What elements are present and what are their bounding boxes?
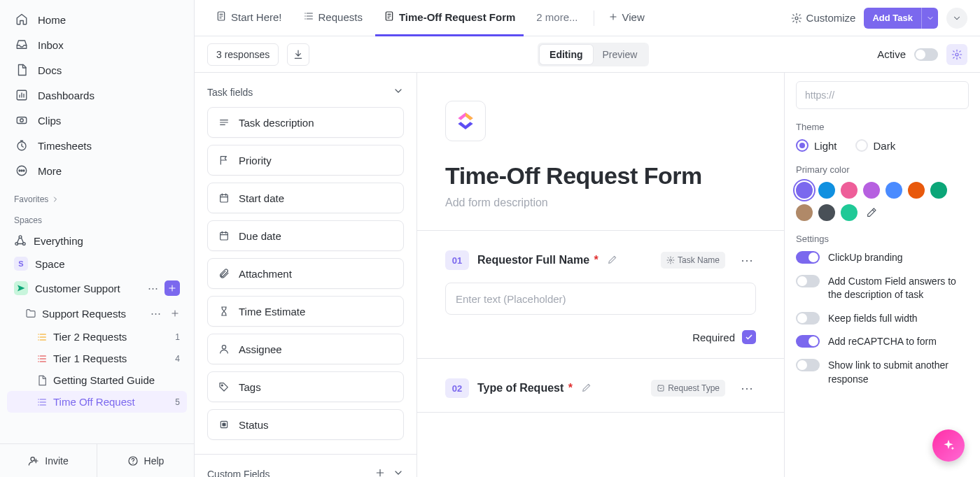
- label: More: [38, 165, 62, 177]
- sidebar-item-getting-started[interactable]: Getting Started Guide: [7, 369, 187, 391]
- network-icon: [14, 234, 27, 247]
- doc-icon: [36, 375, 48, 386]
- invite-button[interactable]: Invite: [0, 444, 97, 477]
- label: Keep fields full width: [828, 312, 969, 326]
- tab-start-here[interactable]: Start Here!: [207, 0, 290, 36]
- nav-timesheets[interactable]: Timesheets: [8, 133, 186, 158]
- color-swatch[interactable]: [863, 182, 880, 199]
- color-swatch[interactable]: [818, 204, 835, 221]
- add-button[interactable]: [167, 306, 183, 321]
- tabs-overflow[interactable]: 2 more...: [528, 0, 586, 36]
- field-status[interactable]: Status: [207, 409, 404, 440]
- color-swatch[interactable]: [841, 204, 858, 221]
- theme-light[interactable]: Light: [796, 139, 837, 152]
- mode-editing[interactable]: Editing: [540, 45, 592, 64]
- collapse-icon[interactable]: [393, 85, 404, 99]
- pencil-icon[interactable]: [607, 254, 618, 267]
- add-button[interactable]: [164, 280, 180, 296]
- label: Status: [239, 419, 269, 431]
- more-menu-button[interactable]: [946, 8, 967, 29]
- sidebar-item-tier2[interactable]: Tier 2 Requests 1: [7, 326, 187, 348]
- collapse-icon[interactable]: [393, 467, 404, 477]
- color-swatch[interactable]: [818, 182, 835, 199]
- required-checkbox[interactable]: [742, 330, 756, 344]
- list-icon: [303, 10, 314, 24]
- nav-docs[interactable]: Docs: [8, 57, 186, 83]
- more-icon[interactable]: ⋯: [739, 380, 756, 396]
- sidebar-item-everything[interactable]: Everything: [7, 229, 187, 252]
- color-swatch[interactable]: [886, 182, 902, 199]
- step-number: 02: [445, 378, 469, 398]
- form-field-01[interactable]: 01Requestor Full Name *Task Name⋯Enter t…: [417, 231, 784, 359]
- list-icon: [36, 353, 48, 364]
- add-view-button[interactable]: View: [601, 7, 652, 29]
- pencil-icon[interactable]: [581, 382, 592, 395]
- spaces-header: Spaces: [0, 208, 194, 229]
- customize-button[interactable]: Customize: [791, 12, 856, 24]
- nav-home[interactable]: Home: [8, 7, 186, 32]
- label: Attachment: [239, 268, 292, 280]
- active-toggle[interactable]: [914, 48, 938, 61]
- responses-chip[interactable]: 3 responses: [207, 43, 279, 66]
- toggle[interactable]: [796, 251, 820, 264]
- theme-dark[interactable]: Dark: [855, 139, 896, 152]
- placeholder-input[interactable]: Enter text (Placeholder): [445, 283, 756, 315]
- field-attachment[interactable]: Attachment: [207, 258, 404, 289]
- space-avatar: [14, 281, 28, 295]
- sidebar-item-space[interactable]: S Space: [7, 252, 187, 276]
- label: Tier 2 Requests: [53, 331, 127, 343]
- toggle[interactable]: [796, 275, 820, 287]
- label: Time Off Request: [53, 396, 135, 408]
- form-title[interactable]: Time-Off Request Form: [445, 162, 756, 190]
- color-swatch[interactable]: [930, 182, 947, 199]
- more-icon: [15, 164, 28, 177]
- sidebar-item-time-off-request[interactable]: Time Off Request 5: [7, 391, 187, 413]
- color-swatch[interactable]: [841, 182, 858, 199]
- more-icon[interactable]: ⋯: [145, 280, 160, 296]
- field-tags[interactable]: Tags: [207, 371, 404, 402]
- sidebar-item-tier1[interactable]: Tier 1 Requests 4: [7, 348, 187, 369]
- tab-requests[interactable]: Requests: [295, 0, 371, 36]
- color-swatch[interactable]: [908, 182, 925, 199]
- nav-inbox[interactable]: Inbox: [8, 32, 186, 57]
- ai-fab[interactable]: [932, 429, 965, 462]
- sidebar-item-support-requests[interactable]: Support Requests ⋯: [7, 301, 187, 326]
- field-due-date[interactable]: Due date: [207, 220, 404, 251]
- help-button[interactable]: Help: [97, 444, 194, 477]
- nav-more[interactable]: More: [8, 158, 186, 183]
- attach-icon: [218, 267, 230, 280]
- form-field-02[interactable]: 02Type of Request *Request Type⋯: [417, 359, 784, 413]
- field-type-chip[interactable]: Task Name: [661, 252, 725, 269]
- field-task-description[interactable]: Task description: [207, 107, 404, 138]
- more-icon[interactable]: ⋯: [148, 306, 163, 321]
- download-button[interactable]: [287, 43, 309, 66]
- form-settings-button[interactable]: [946, 44, 967, 65]
- toggle[interactable]: [796, 312, 820, 325]
- form-description[interactable]: Add form description: [445, 197, 756, 209]
- eyedropper-icon[interactable]: [863, 204, 880, 221]
- field-type-chip[interactable]: Request Type: [651, 380, 725, 397]
- nav-dashboards[interactable]: Dashboards: [8, 83, 186, 108]
- nav-clips[interactable]: Clips: [8, 108, 186, 133]
- color-swatch[interactable]: [796, 182, 813, 199]
- label: Space: [35, 258, 65, 270]
- toggle[interactable]: [796, 335, 820, 348]
- form-logo[interactable]: [445, 101, 486, 141]
- favorites-header[interactable]: Favorites: [0, 187, 194, 208]
- label: Customer Support: [35, 283, 120, 294]
- toggle[interactable]: [796, 359, 820, 371]
- add-task-button[interactable]: Add Task: [864, 8, 938, 29]
- add-custom-field-button[interactable]: [374, 467, 386, 477]
- tab-time-off-request-form[interactable]: Time-Off Request Form: [375, 0, 524, 36]
- redirect-url-input[interactable]: https://: [796, 81, 969, 109]
- mode-preview[interactable]: Preview: [593, 45, 648, 64]
- field-time-estimate[interactable]: Time Estimate: [207, 296, 404, 327]
- field-start-date[interactable]: Start date: [207, 183, 404, 213]
- color-swatch[interactable]: [796, 204, 813, 221]
- more-icon[interactable]: ⋯: [739, 252, 756, 268]
- primary-color-label: Primary color: [796, 164, 969, 175]
- field-assignee[interactable]: Assignee: [207, 334, 404, 364]
- field-priority[interactable]: Priority: [207, 145, 404, 176]
- chevron-down-icon[interactable]: [921, 8, 938, 29]
- sidebar-item-customer-support[interactable]: Customer Support ⋯: [7, 276, 187, 301]
